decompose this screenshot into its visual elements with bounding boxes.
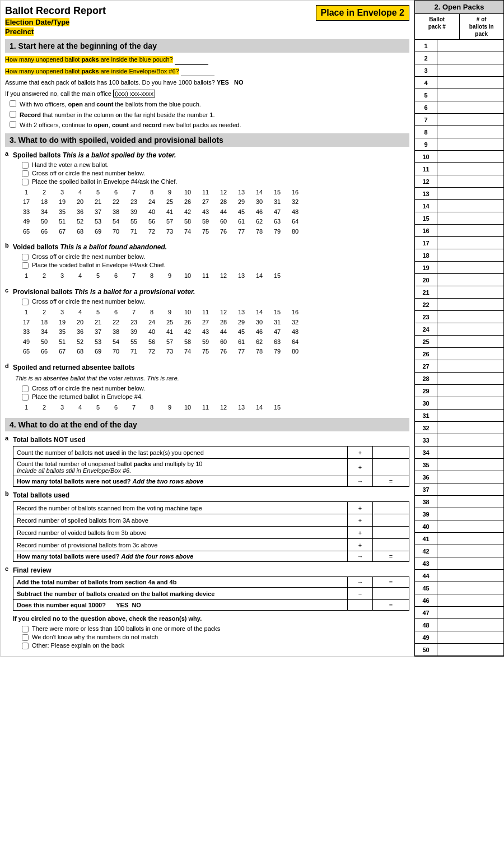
panel-row: 24 xyxy=(415,323,503,336)
header: Ballot Record Report Election Date/Type … xyxy=(5,5,409,36)
panel-row: 28 xyxy=(415,373,503,385)
panel-row: 30 xyxy=(415,397,503,410)
row-label: Record number of spoiled ballots from 3A… xyxy=(13,514,348,527)
section1-line2: How many unopened ballot packs are insid… xyxy=(5,67,409,77)
panel-row: 22 xyxy=(415,299,503,311)
table-row: How many total ballots were used? Add th… xyxy=(13,551,409,562)
section1-line3: Assume that each pack of ballots has 100… xyxy=(5,78,409,87)
section-4b-table: Record the number of ballots scanned fro… xyxy=(13,501,409,562)
panel-row: 25 xyxy=(415,336,503,348)
panel-row: 40 xyxy=(415,520,503,533)
row-value[interactable] xyxy=(373,459,409,476)
section-3c: c Provisional ballots This is a ballot f… xyxy=(5,286,409,359)
panel-row: 43 xyxy=(415,557,503,570)
row-symbol: + xyxy=(348,539,373,551)
panel-row: 27 xyxy=(415,360,503,373)
panel-row: 16 xyxy=(415,225,503,237)
row-label: How many total ballots were not used? Ad… xyxy=(13,476,348,487)
row-value[interactable] xyxy=(373,539,409,551)
section-4b-title: Total ballots used xyxy=(13,491,409,499)
table-row: Does this number equal 1000? YES NO = xyxy=(13,600,409,611)
section-1-header: 1. Start here at the beginning of the da… xyxy=(5,39,409,53)
panel-row: 41 xyxy=(415,533,503,545)
section-3b-title: Voided ballots This is a ballot found ab… xyxy=(13,243,409,251)
panel-row: 2 xyxy=(415,52,503,64)
row-symbol: → xyxy=(348,577,373,588)
section-4b: b Total ballots used Record the number o… xyxy=(5,489,409,562)
row-label: How many total ballots were used? Add th… xyxy=(13,551,348,562)
section-4c-title: Final review xyxy=(13,566,409,574)
precinct: Precinct xyxy=(5,27,34,36)
section-3a-title: Spoiled ballots This is a ballot spoiled… xyxy=(13,151,409,159)
panel-row: 7 xyxy=(415,114,503,126)
panel-row: 3 xyxy=(415,64,503,77)
row-label: Add the total number of ballots from sec… xyxy=(13,577,348,588)
panel-row: 31 xyxy=(415,410,503,422)
section1-checkbox2: Record that number in the column on the … xyxy=(5,110,409,120)
row-value[interactable] xyxy=(373,447,409,459)
panel-row: 39 xyxy=(415,508,503,520)
row-symbol: + xyxy=(348,514,373,527)
panel-row: 12 xyxy=(415,175,503,188)
section-4a-letter: a xyxy=(5,434,13,441)
table-row: Count the total number of unopened ballo… xyxy=(13,459,409,476)
panel-row: 4 xyxy=(415,77,503,89)
row-result: = xyxy=(373,476,409,487)
panel-row: 32 xyxy=(415,422,503,434)
row-symbol: + xyxy=(348,527,373,539)
section-3: 3. What to do with spoiled, voided and p… xyxy=(5,133,409,415)
section-4c-table: Add the total number of ballots from sec… xyxy=(13,576,409,611)
panel-row: 33 xyxy=(415,434,503,447)
row-value[interactable] xyxy=(373,527,409,539)
panel-row: 9 xyxy=(415,138,503,151)
panel-row: 11 xyxy=(415,163,503,175)
section-3c-numbers: 12345678910111213141516 1718192021222324… xyxy=(13,308,409,357)
final-text: If you circled no to the question above,… xyxy=(13,614,409,624)
section-3b: b Voided ballots This is a ballot found … xyxy=(5,241,409,283)
panel-row: 48 xyxy=(415,619,503,631)
section-4c-letter: c xyxy=(5,564,13,572)
panel-row: 34 xyxy=(415,447,503,459)
row-value[interactable] xyxy=(373,502,409,514)
section1-checkbox1: With two officers, open and count the ba… xyxy=(5,100,409,109)
section-3b-letter: b xyxy=(5,241,13,249)
panel-row: 45 xyxy=(415,582,503,594)
section-3b-numbers: 123456789101112131415 xyxy=(13,271,409,281)
section-4a-title: Total ballots NOT used xyxy=(13,436,409,444)
panel-col2-header: # ofballots inpack xyxy=(460,14,504,39)
panel-row: 8 xyxy=(415,126,503,138)
row-label: Record number of provisional ballots fro… xyxy=(13,539,348,551)
panel-row: 1 xyxy=(415,40,503,52)
panel-row: 42 xyxy=(415,545,503,557)
panel-row: 18 xyxy=(415,249,503,262)
panel-row: 38 xyxy=(415,496,503,508)
panel-row: 14 xyxy=(415,200,503,212)
row-symbol: + xyxy=(348,459,373,476)
row-symbol xyxy=(348,600,373,611)
panel-row: 29 xyxy=(415,385,503,397)
panel-row: 35 xyxy=(415,459,503,471)
panel-header: Ballotpack # # ofballots inpack xyxy=(415,14,503,40)
row-value[interactable] xyxy=(373,588,409,600)
panel-row: 26 xyxy=(415,348,503,360)
panel-row: 17 xyxy=(415,237,503,249)
section-4-header: 4. What to do at the end of the day xyxy=(5,418,409,431)
panel-row: 10 xyxy=(415,151,503,163)
panel-row: 19 xyxy=(415,262,503,274)
table-row: Subtract the number of ballots created o… xyxy=(13,588,409,600)
election-date: Election Date/Type xyxy=(5,18,69,26)
panel-row: 36 xyxy=(415,471,503,483)
section-3a-letter: a xyxy=(5,149,13,157)
table-row: Record the number of ballots scanned fro… xyxy=(13,502,409,514)
row-result: = xyxy=(373,577,409,588)
panel-row: 50 xyxy=(415,644,503,656)
section-4: 4. What to do at the end of the day a To… xyxy=(5,418,409,650)
row-label: Does this number equal 1000? YES NO xyxy=(13,600,348,611)
section1-line1: How many unopened ballot packs are insid… xyxy=(5,55,409,65)
row-value[interactable] xyxy=(373,514,409,527)
section-3d: d Spoiled and returned absentee ballots … xyxy=(5,361,409,415)
row-result: = xyxy=(373,551,409,562)
section1-line4: If you answered no, call the main office… xyxy=(5,89,409,99)
section-4c: c Final review Add the total number of b… xyxy=(5,564,409,650)
panel-row: 15 xyxy=(415,212,503,225)
